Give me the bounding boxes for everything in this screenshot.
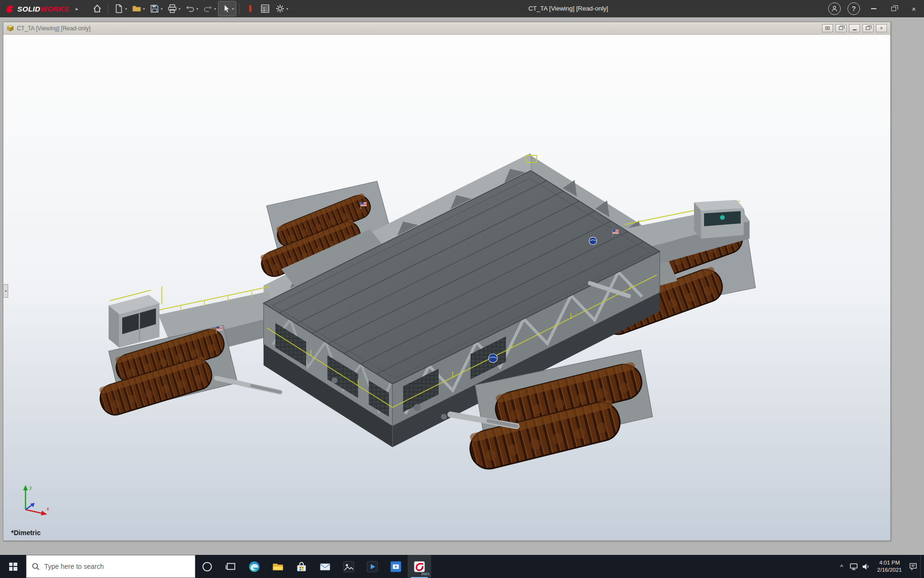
- dropdown-caret-icon[interactable]: ▾: [125, 7, 127, 11]
- store-button[interactable]: [290, 555, 313, 578]
- network-icon[interactable]: [849, 562, 859, 572]
- undo-button[interactable]: ▾: [183, 1, 200, 16]
- dropdown-caret-icon[interactable]: ▾: [286, 7, 288, 11]
- view-orientation-label: *Dimetric: [11, 529, 40, 537]
- cortana-icon: [201, 560, 214, 573]
- app-titlebar: SOLIDWORKS ▸ ▾ ▾ ▾ ▾ ▾ ▾: [0, 0, 924, 17]
- edge-icon: [248, 560, 261, 573]
- redo-button[interactable]: ▾: [201, 1, 218, 16]
- options-gear-button[interactable]: ▾: [273, 1, 290, 16]
- clock-time: 4:01 PM: [877, 559, 902, 566]
- crawler-transporter-model[interactable]: [3, 35, 890, 540]
- file-explorer-button[interactable]: [266, 555, 290, 578]
- hidden-icons-chevron[interactable]: ^: [836, 563, 847, 570]
- system-tray: ^ 4:01 PM 2/16/2021: [836, 555, 924, 578]
- triad-y-label: y: [29, 485, 32, 490]
- home-button[interactable]: [90, 1, 104, 16]
- show-desktop-button[interactable]: [920, 555, 923, 578]
- solidworks-icon: [413, 560, 426, 573]
- dropdown-caret-icon[interactable]: ▾: [214, 7, 216, 11]
- movies-tv-button[interactable]: [384, 555, 408, 578]
- select-tool-button[interactable]: ▾: [218, 1, 236, 16]
- volume-icon[interactable]: [861, 562, 871, 572]
- media-player-icon: [366, 560, 379, 573]
- titlebar-right-controls: ? ×: [825, 0, 924, 17]
- doc-restore-button[interactable]: [862, 24, 873, 32]
- dassault-systemes-icon: [5, 4, 15, 14]
- menu-expand-arrow[interactable]: ▸: [73, 6, 81, 12]
- media-player-button[interactable]: [360, 555, 384, 578]
- operator-cab-left[interactable]: [109, 287, 162, 348]
- print-button[interactable]: ▾: [165, 1, 182, 16]
- operator-cab-right[interactable]: [694, 200, 744, 238]
- new-document-button[interactable]: ▾: [112, 1, 129, 16]
- document-window: CT_TA [Viewing] [Read-only] ×: [3, 22, 891, 541]
- dropdown-caret-icon[interactable]: ▾: [196, 7, 198, 11]
- open-button[interactable]: ▾: [129, 1, 147, 16]
- photos-icon: [342, 560, 355, 573]
- windows-logo-icon: [9, 563, 17, 571]
- minimize-button[interactable]: [863, 0, 884, 17]
- doc-close-button[interactable]: ×: [876, 24, 887, 32]
- dropdown-caret-icon[interactable]: ▾: [161, 7, 163, 11]
- mail-button[interactable]: [313, 555, 337, 578]
- restore-icon: [891, 7, 896, 11]
- task-view-button[interactable]: [219, 555, 243, 578]
- triad-x-label: x: [47, 506, 49, 512]
- assembly-document-icon: [7, 25, 14, 32]
- help-glyph: ?: [852, 5, 856, 13]
- doc-cascade-button[interactable]: [835, 24, 847, 32]
- window-title: CT_TA [Viewing] [Read-only]: [528, 0, 608, 17]
- search-input[interactable]: [44, 563, 190, 570]
- account-icon[interactable]: [828, 2, 841, 15]
- collapse-arrow-glyph: ◂: [5, 289, 7, 293]
- taskbar-search[interactable]: [26, 555, 195, 578]
- action-center-icon[interactable]: [908, 562, 918, 572]
- start-button[interactable]: [0, 555, 26, 578]
- panel-collapse-arrow[interactable]: ◂: [3, 284, 8, 298]
- quick-access-toolbar: ▾ ▾ ▾ ▾ ▾ ▾ ▾: [90, 0, 290, 17]
- brand-text: SOLIDWORKS: [17, 5, 69, 13]
- help-icon[interactable]: ?: [847, 2, 860, 15]
- toolbar-separator: [108, 3, 108, 14]
- minimize-icon: [871, 8, 876, 9]
- store-icon: [295, 560, 308, 573]
- mail-icon: [319, 560, 332, 573]
- cortana-button[interactable]: [195, 555, 219, 578]
- dropdown-caret-icon[interactable]: ▾: [179, 7, 180, 11]
- document-titlebar[interactable]: CT_TA [Viewing] [Read-only] ×: [3, 22, 890, 35]
- solidworks-taskbar-button[interactable]: 2021: [408, 555, 431, 578]
- markup-button[interactable]: [243, 1, 257, 16]
- save-button[interactable]: ▾: [147, 1, 165, 16]
- doc-minimize-button[interactable]: [849, 24, 860, 32]
- dropdown-caret-icon[interactable]: ▾: [143, 7, 145, 11]
- photos-button[interactable]: [337, 555, 360, 578]
- solidworks-logo: SOLIDWORKS: [0, 4, 73, 14]
- restore-button[interactable]: [884, 0, 904, 17]
- document-window-controls: ×: [822, 24, 887, 32]
- movies-tv-icon: [389, 560, 402, 573]
- task-view-icon: [224, 560, 237, 573]
- toolbar-separator: [239, 3, 240, 14]
- close-button[interactable]: ×: [904, 0, 924, 17]
- mdi-workspace: CT_TA [Viewing] [Read-only] ×: [0, 17, 924, 555]
- document-title: CT_TA [Viewing] [Read-only]: [17, 25, 90, 32]
- doc-tile-button[interactable]: [822, 24, 833, 32]
- search-icon: [32, 563, 40, 571]
- graphics-viewport[interactable]: y x *Dimetric ◂: [3, 35, 890, 540]
- edge-button[interactable]: [243, 555, 266, 578]
- orientation-triad[interactable]: y x: [15, 479, 56, 520]
- windows-taskbar: 2021 ^ 4:01 PM 2/16/2021: [0, 555, 924, 578]
- file-explorer-icon: [271, 560, 284, 573]
- document-properties-button[interactable]: [258, 1, 272, 16]
- taskbar-clock[interactable]: 4:01 PM 2/16/2021: [873, 559, 906, 574]
- clock-date: 2/16/2021: [877, 566, 902, 574]
- solidworks-year-badge: 2021: [421, 572, 430, 576]
- dropdown-caret-icon[interactable]: ▾: [232, 7, 234, 11]
